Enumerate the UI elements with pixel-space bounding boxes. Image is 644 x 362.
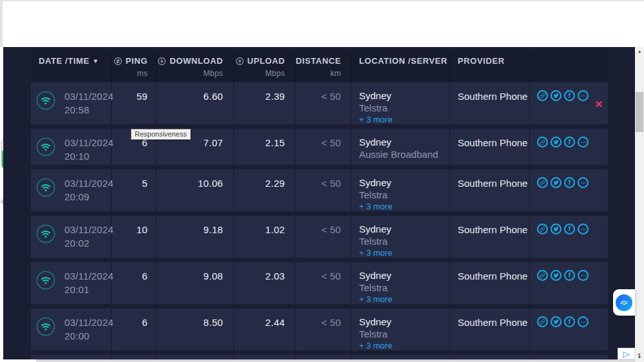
more-servers-link[interactable]: + 3 more <box>359 294 449 305</box>
copy-link-button[interactable] <box>537 177 548 188</box>
page-left-border <box>0 0 3 47</box>
date-cell: 03/11/202420:02 <box>31 216 112 258</box>
column-header-location-server[interactable]: LOCATION /SERVER <box>351 50 450 81</box>
column-header-datetime[interactable]: DATE /TIME▾ <box>31 50 112 81</box>
share-cell: f <box>530 309 608 350</box>
ping-icon <box>113 57 122 66</box>
result-row: 03/11/202420:01 6 9.08 2.03 < 50 Sydney … <box>31 262 608 304</box>
copy-link-button[interactable] <box>537 270 548 281</box>
download-value <box>157 355 234 359</box>
provider-cell: Southern Phone <box>450 355 530 359</box>
more-servers-link[interactable]: + 3 more <box>359 201 449 212</box>
facebook-share-button[interactable]: f <box>564 90 575 101</box>
provider-cell: Southern Phone <box>450 262 530 304</box>
date-cell: 03/11/202420:01 <box>31 262 112 304</box>
distance-value: < 50 <box>295 82 351 124</box>
ping-value: 59 <box>112 82 157 124</box>
date-cell: 03/11/2024 <box>31 355 112 359</box>
date-cell: 03/11/202420:10 <box>31 129 112 165</box>
column-header-share <box>530 50 608 81</box>
ping-value: 10 <box>112 216 157 258</box>
share-cell: f <box>530 169 608 211</box>
more-share-options-button[interactable] <box>578 177 589 188</box>
more-share-options-button[interactable] <box>578 316 589 327</box>
result-row: 03/11/202420:10 6 7.07 2.15 < 50 Sydney … <box>31 129 608 165</box>
facebook-share-button[interactable]: f <box>564 224 575 234</box>
location-cell: Sydney Telstra + 3 more <box>351 82 450 124</box>
horizontal-scrollbar[interactable] <box>36 359 635 362</box>
wifi-connection-icon <box>36 271 55 290</box>
twitter-share-button[interactable] <box>551 90 561 101</box>
distance-value: < 50 <box>295 216 351 258</box>
copy-link-button[interactable] <box>537 137 548 148</box>
more-servers-link[interactable]: + 3 more <box>359 114 449 125</box>
result-row: 03/11/202420:09 5 10.06 2.29 < 50 Sydney… <box>31 169 608 211</box>
download-value: 9.08 <box>157 262 234 304</box>
upload-value: 2.15 <box>234 129 295 165</box>
edge-sidebar-button[interactable] <box>613 289 635 316</box>
more-servers-link[interactable]: + 3 more <box>359 340 449 351</box>
upload-icon <box>235 57 244 66</box>
vertical-scrollbar[interactable]: ▲ ▼ <box>635 47 644 362</box>
date-cell: 03/11/202420:09 <box>31 169 112 211</box>
distance-value: < 50 <box>295 309 351 350</box>
twitter-share-button[interactable] <box>551 224 561 234</box>
speedtest-results-panel: DATE /TIME▾ PING ms <box>3 47 635 359</box>
ad-options-caret[interactable]: ▼ <box>637 352 641 357</box>
more-share-options-button[interactable] <box>578 90 589 101</box>
distance-value: < 50 <box>295 169 351 211</box>
page-top-border <box>0 0 644 1</box>
share-cell: f <box>530 129 608 165</box>
adchoices-icon[interactable]: ▷ <box>618 348 635 359</box>
copy-link-button[interactable] <box>537 90 548 101</box>
more-share-options-button[interactable] <box>578 224 589 234</box>
upload-value: 2.39 <box>234 82 295 124</box>
ping-value <box>112 355 157 359</box>
facebook-share-button[interactable]: f <box>564 270 575 281</box>
column-header-distance[interactable]: DISTANCE km <box>295 50 351 81</box>
distance-value: < 50 <box>295 129 351 165</box>
facebook-share-button[interactable]: f <box>564 316 575 327</box>
location-cell: Sydney Telstra + 3 more <box>351 169 450 211</box>
ping-value: 6 <box>112 309 157 350</box>
column-header-provider[interactable]: PROVIDER <box>450 50 530 81</box>
provider-cell: Southern Phone <box>450 216 530 258</box>
share-cell: f <box>530 216 608 258</box>
column-header-download[interactable]: DOWNLOAD Mbps <box>157 50 234 81</box>
column-header-upload[interactable]: UPLOAD Mbps <box>234 50 295 81</box>
copy-link-button[interactable] <box>537 316 548 327</box>
share-cell: f <box>530 355 608 359</box>
wifi-connection-icon <box>36 137 55 157</box>
location-cell: Sydney Telstra + 3 more <box>351 216 450 258</box>
more-share-options-button[interactable] <box>578 270 589 281</box>
column-header-ping[interactable]: PING ms <box>112 50 157 81</box>
location-cell: Sydney Telstra + 3 more <box>351 309 450 350</box>
date-cell: 03/11/202420:58 <box>31 82 112 124</box>
facebook-share-button[interactable]: f <box>564 137 575 148</box>
provider-cell: Southern Phone <box>450 169 530 211</box>
provider-cell: Southern Phone <box>450 309 530 350</box>
bing-chat-icon <box>616 294 632 311</box>
twitter-share-button[interactable] <box>551 177 561 188</box>
scrollbar-up-arrow[interactable]: ▲ <box>635 47 644 56</box>
browser-viewport: DATE /TIME▾ PING ms <box>0 0 644 362</box>
copy-link-button[interactable] <box>537 224 548 234</box>
result-row: 03/11/202420:00 6 8.50 2.44 < 50 Sydney … <box>31 309 608 350</box>
delete-result-button[interactable]: ✕ <box>594 99 603 109</box>
date-cell: 03/11/202420:00 <box>31 309 112 350</box>
location-cell: Sydney Aussie Broadband <box>351 129 450 165</box>
result-row: 03/11/202420:58 59 6.60 2.39 < 50 Sydney… <box>31 82 608 124</box>
more-servers-link[interactable]: + 3 more <box>359 247 449 258</box>
ping-value: 5 <box>112 169 157 211</box>
upload-value: 2.29 <box>234 169 295 211</box>
facebook-share-button[interactable]: f <box>564 177 575 188</box>
scrollbar-thumb[interactable] <box>636 92 643 132</box>
twitter-share-button[interactable] <box>551 316 561 327</box>
upload-value: 1.02 <box>234 216 295 258</box>
upload-value <box>234 355 295 359</box>
share-cell: f ✕ <box>530 82 608 124</box>
download-icon <box>157 57 166 66</box>
twitter-share-button[interactable] <box>551 137 561 148</box>
more-share-options-button[interactable] <box>578 137 589 148</box>
twitter-share-button[interactable] <box>551 270 561 281</box>
